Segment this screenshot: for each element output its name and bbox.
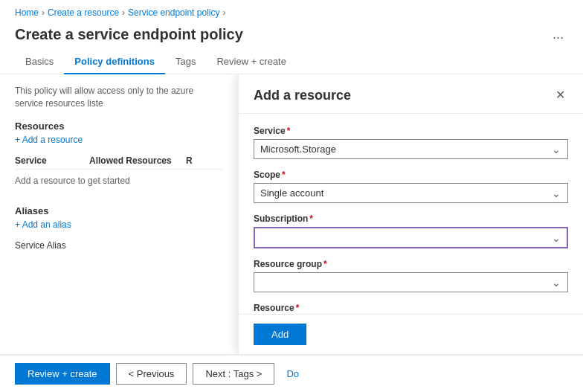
tab-tags[interactable]: Tags bbox=[165, 50, 206, 74]
add-resource-link[interactable]: + Add a resource bbox=[15, 135, 223, 145]
scope-select-wrapper: Single account All accounts All accounts… bbox=[254, 183, 568, 203]
breadcrumb-home[interactable]: Home bbox=[15, 7, 39, 18]
service-select-wrapper: Microsoft.Storage Microsoft.Sql Microsof… bbox=[254, 139, 568, 159]
tab-review-create[interactable]: Review + create bbox=[206, 50, 297, 74]
modal-add-button[interactable]: Add bbox=[254, 324, 306, 345]
service-field-group: Service* Microsoft.Storage Microsoft.Sql… bbox=[254, 126, 568, 159]
download-button[interactable]: Do bbox=[280, 364, 305, 384]
resource-group-select-wrapper bbox=[254, 272, 568, 292]
policy-description: This policy will allow access only to th… bbox=[15, 85, 223, 110]
page-header: Create a service endpoint policy ... bbox=[0, 22, 583, 50]
previous-button[interactable]: < Previous bbox=[116, 363, 187, 385]
tab-bar: Basics Policy definitions Tags Review + … bbox=[0, 50, 583, 74]
col-service: Service bbox=[15, 155, 89, 166]
service-label: Service* bbox=[254, 126, 568, 136]
content-area: This policy will allow access only to th… bbox=[0, 74, 583, 354]
bottom-bar: Review + create < Previous Next : Tags >… bbox=[0, 354, 583, 392]
modal-title: Add a resource bbox=[254, 88, 351, 103]
add-alias-link[interactable]: + Add an alias bbox=[15, 219, 223, 230]
next-button[interactable]: Next : Tags > bbox=[193, 363, 274, 385]
modal-close-button[interactable]: ✕ bbox=[553, 86, 568, 104]
resources-empty-text: Add a resource to get started bbox=[15, 170, 223, 192]
resource-label: Resource* bbox=[254, 303, 568, 313]
page-menu-button[interactable]: ... bbox=[548, 25, 568, 44]
breadcrumb-create-resource[interactable]: Create a resource bbox=[48, 7, 119, 18]
scope-field-group: Scope* Single account All accounts All a… bbox=[254, 170, 568, 203]
subscription-label: Subscription* bbox=[254, 213, 568, 224]
modal-header: Add a resource ✕ bbox=[239, 74, 583, 114]
resources-table-header: Service Allowed Resources R bbox=[15, 152, 223, 170]
resource-field-group: Resource* securedstorage1 bbox=[254, 303, 568, 314]
page-title: Create a service endpoint policy bbox=[15, 26, 548, 43]
col-r: R bbox=[186, 155, 223, 166]
service-select[interactable]: Microsoft.Storage Microsoft.Sql Microsof… bbox=[254, 139, 568, 159]
breadcrumb: Home › Create a resource › Service endpo… bbox=[0, 0, 583, 22]
tab-policy-definitions[interactable]: Policy definitions bbox=[64, 50, 165, 74]
scope-select[interactable]: Single account All accounts All accounts… bbox=[254, 183, 568, 203]
subscription-field-group: Subscription* bbox=[254, 213, 568, 248]
add-resource-panel: Add a resource ✕ Service* Microsoft.Stor… bbox=[238, 74, 583, 354]
subscription-select[interactable] bbox=[254, 227, 568, 248]
resource-group-label: Resource group* bbox=[254, 259, 568, 269]
resources-section-title: Resources bbox=[15, 121, 223, 132]
modal-footer: Add bbox=[239, 314, 583, 354]
breadcrumb-policy[interactable]: Service endpoint policy bbox=[128, 7, 219, 18]
resource-group-select[interactable] bbox=[254, 272, 568, 292]
alias-label: Service Alias bbox=[15, 237, 223, 254]
tab-basics[interactable]: Basics bbox=[15, 50, 64, 74]
review-create-button[interactable]: Review + create bbox=[15, 363, 110, 385]
modal-body: Service* Microsoft.Storage Microsoft.Sql… bbox=[239, 114, 583, 314]
resource-group-field-group: Resource group* bbox=[254, 259, 568, 292]
col-allowed: Allowed Resources bbox=[89, 155, 186, 166]
left-panel: This policy will allow access only to th… bbox=[0, 74, 238, 354]
subscription-select-wrapper bbox=[254, 227, 568, 248]
scope-label: Scope* bbox=[254, 170, 568, 180]
aliases-section-title: Aliases bbox=[15, 205, 223, 216]
